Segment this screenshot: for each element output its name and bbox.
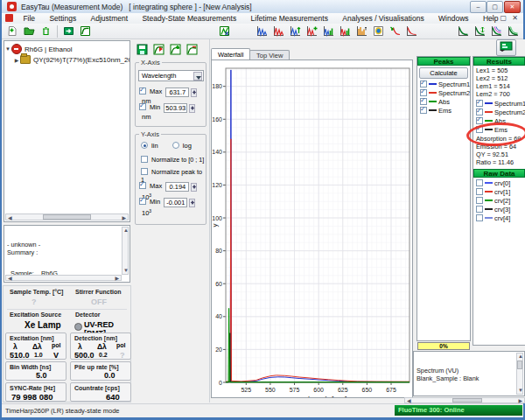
checkbox[interactable] xyxy=(476,206,483,213)
normalize-peak-checkbox[interactable] xyxy=(141,168,148,175)
checkbox[interactable] xyxy=(476,214,483,221)
decay-red-icon[interactable] xyxy=(403,24,420,39)
spectrum-multi-icon[interactable] xyxy=(337,24,354,39)
batch-export-icon[interactable] xyxy=(60,24,77,39)
y-min-input[interactable]: -0.001 xyxy=(164,198,187,207)
save-curve-icon[interactable] xyxy=(134,41,150,57)
scroll-left-icon[interactable]: ◀ xyxy=(8,276,12,282)
spectrum-blue-icon[interactable] xyxy=(254,24,270,39)
y-min-spinner[interactable] xyxy=(189,199,195,207)
checkbox[interactable] xyxy=(476,117,483,124)
add-curve-icon[interactable] xyxy=(167,41,184,57)
remove-curve-icon[interactable] xyxy=(184,41,200,57)
raw-data-item-crv4[interactable]: crv[4] xyxy=(476,214,525,221)
scroll-thumb[interactable] xyxy=(517,360,522,369)
summary-hscrollbar[interactable]: ◀ ▶ xyxy=(5,275,122,281)
menu-lifetime[interactable]: Lifetime Measurements xyxy=(245,13,334,23)
new-file-icon[interactable] xyxy=(4,24,21,39)
menu-file[interactable]: File xyxy=(17,13,41,23)
contour-plot-icon[interactable] xyxy=(370,24,387,39)
results-curve-ems[interactable]: Ems xyxy=(476,126,525,133)
y-max-input[interactable]: 0.194 xyxy=(165,182,189,192)
results-curve-spectrum1[interactable]: Spectrum1 xyxy=(476,100,525,107)
lin-radio[interactable] xyxy=(141,142,148,149)
normalize01-checkbox[interactable] xyxy=(141,156,148,163)
scroll-right-icon[interactable]: ▶ xyxy=(122,215,126,221)
tree-expand-icon[interactable]: ▼ xyxy=(4,46,11,52)
checkbox[interactable] xyxy=(476,108,483,116)
tab-waterfall[interactable]: Waterfall xyxy=(211,48,250,60)
x-max-spinner[interactable] xyxy=(191,88,197,97)
tree-hscrollbar[interactable]: ◀ ▶ xyxy=(5,214,129,220)
export-report-button[interactable] xyxy=(496,39,516,56)
x-min-spinner[interactable] xyxy=(189,104,195,113)
peaks-item-ems[interactable]: Ems xyxy=(420,107,470,114)
peaks-item-spectrum2[interactable]: Spectrum2 xyxy=(420,89,470,96)
menu-steady-state[interactable]: Steady-State Measurements xyxy=(136,13,242,23)
mdi-document-icon[interactable] xyxy=(5,14,13,22)
decay-multi-icon[interactable] xyxy=(505,24,522,39)
chevron-down-icon[interactable] xyxy=(193,72,202,80)
menu-adjustment[interactable]: Adjustment xyxy=(85,13,135,23)
scroll-right-icon[interactable]: ▶ xyxy=(115,276,119,282)
raw-data-item-crv2[interactable]: crv[2] xyxy=(476,197,525,204)
spectrum-red-icon[interactable] xyxy=(270,24,287,39)
decay-green-icon[interactable] xyxy=(455,24,472,39)
x-min-checkbox[interactable] xyxy=(139,103,146,110)
spectrum-scale-icon[interactable] xyxy=(287,24,304,39)
checkbox[interactable] xyxy=(420,107,427,114)
x-min-input[interactable]: 503.93 xyxy=(164,103,187,113)
log-radio[interactable] xyxy=(172,142,179,149)
summary-vscrollbar[interactable]: ▲ ▼ xyxy=(122,227,129,275)
results-curve-abs[interactable]: Abs xyxy=(476,117,525,124)
calculate-button[interactable]: Calculate xyxy=(419,67,468,79)
y-max-checkbox[interactable] xyxy=(139,182,146,189)
tab-top-view[interactable]: Top View xyxy=(249,50,290,60)
scroll-thumb[interactable] xyxy=(452,398,482,402)
x-max-checkbox[interactable] xyxy=(139,88,146,94)
checkbox[interactable] xyxy=(420,80,427,88)
spectrum-bars-icon[interactable] xyxy=(320,24,337,39)
checkbox[interactable] xyxy=(420,89,427,96)
checkbox[interactable] xyxy=(476,100,483,107)
decay-export-icon[interactable] xyxy=(387,24,403,39)
y-max-spinner[interactable] xyxy=(191,183,197,192)
spectrum-chart[interactable]: 5255505756006256506750204060801001201401… xyxy=(212,60,412,397)
scroll-left-icon[interactable]: ◀ xyxy=(8,215,12,221)
peaks-item-spectrum1[interactable]: Spectrum1 xyxy=(420,80,470,88)
y-min-checkbox[interactable] xyxy=(139,198,146,205)
scroll-up-icon[interactable]: ▲ xyxy=(518,354,523,360)
maximize-button[interactable]: ▢ xyxy=(486,1,503,13)
tree-item-measurement[interactable]: ▶ QY(92%)T(77%)(Exc510nm_20131219_1606 xyxy=(13,54,130,65)
raw-data-item-crv3[interactable]: crv[3] xyxy=(476,206,525,213)
checkbox[interactable] xyxy=(476,188,483,195)
tree-collapse-icon[interactable]: ▶ xyxy=(13,57,20,63)
time-trace-icon[interactable] xyxy=(354,24,370,39)
x-axis-dropdown[interactable]: Wavelength xyxy=(138,70,204,81)
checkbox[interactable] xyxy=(476,126,483,133)
export-analysis-icon[interactable] xyxy=(216,24,233,39)
x-max-input[interactable]: 631.7 xyxy=(165,88,189,97)
decay-colored-icon[interactable] xyxy=(488,24,505,39)
curve-tool-icon[interactable] xyxy=(77,24,94,39)
results-curve-spectrum2[interactable]: Spectrum2 xyxy=(476,108,525,116)
scroll-thumb[interactable] xyxy=(43,214,92,220)
panel-hscrollbar[interactable]: ◀ ▶ xyxy=(404,397,525,403)
menu-analyses[interactable]: Analyses / Visualisations xyxy=(336,13,430,23)
scroll-down-icon[interactable]: ▼ xyxy=(123,268,129,274)
delete-icon[interactable] xyxy=(38,24,54,39)
scroll-up-icon[interactable]: ▲ xyxy=(123,228,129,234)
decay-scale-icon[interactable] xyxy=(472,24,488,39)
checkbox[interactable] xyxy=(476,197,483,204)
mdi-window-buttons[interactable]: – ▢ ✕ xyxy=(491,14,520,22)
info-vscrollbar[interactable]: ▲ ▼ xyxy=(516,353,523,395)
title-bar[interactable]: EasyTau (Measurement Mode) [ integrating… xyxy=(2,0,523,14)
checkbox[interactable] xyxy=(420,98,427,105)
minimize-button[interactable]: – xyxy=(470,1,486,13)
menu-settings[interactable]: Settings xyxy=(43,13,82,23)
peaks-item-abs[interactable]: Abs xyxy=(420,98,470,105)
spectrum-add-icon[interactable] xyxy=(304,24,320,39)
raw-data-item-crv0[interactable]: crv[0] xyxy=(476,179,525,186)
scroll-down-icon[interactable]: ▼ xyxy=(518,388,523,394)
open-folder-icon[interactable] xyxy=(21,24,38,39)
